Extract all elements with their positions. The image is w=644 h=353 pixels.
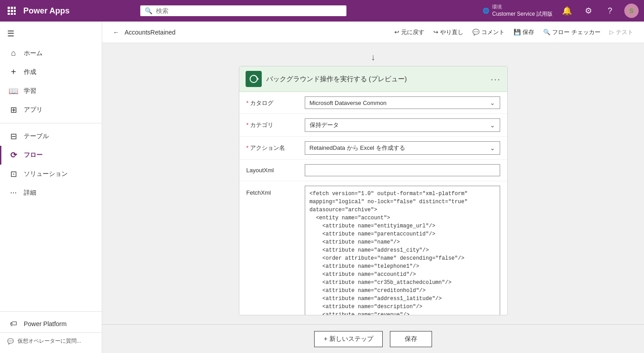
sidebar-va-label: 仮想オペレーターに質問... [17,337,81,345]
test-button[interactable]: ▷ テスト [606,26,637,38]
sidebar-item-power-platform[interactable]: 🏷 Power Platform [0,315,102,332]
fetch-xml-field-row: FetchXml [239,181,507,315]
bottom-bar: + 新しいステップ 保存 [102,324,644,353]
action-name-chevron-icon: ⌄ [490,144,495,152]
search-bar: 🔍 [140,5,346,16]
sidebar-item-home[interactable]: ⌂ ホーム [0,44,102,62]
catalog-label: カタログ [246,96,305,107]
sidebar-virtual-agent[interactable]: 💬 仮想オペレーターに質問... [0,332,102,349]
category-value: 保持データ ⌄ [305,118,500,132]
bottom-save-button[interactable]: 保存 [390,331,432,347]
new-step-button[interactable]: + 新しいステップ [314,331,382,347]
action-name-value: RetainedData から Excel を作成する ⌄ [305,141,500,155]
learn-icon: 📖 [9,86,18,96]
comment-label: コメント [481,28,505,36]
sidebar-label-more: 詳細 [24,189,36,197]
tables-icon: ⊟ [9,131,18,141]
sidebar-bottom: 🏷 Power Platform 💬 仮想オペレーターに質問... [0,308,102,349]
action-card-title: バックグラウンド操作を実行する (プレビュー) [266,75,486,83]
page-title: AccountsRetained [125,29,176,36]
layout-xml-label: LayoutXml [246,164,305,174]
category-select-text: 保持データ [310,121,339,129]
waffle-icon[interactable] [5,4,18,17]
layout-xml-value [305,164,500,176]
category-label: カテゴリ [246,118,305,129]
env-info: 🌐 環境 Customer Service 試用版 [483,4,553,18]
sidebar-label-tables: テーブル [24,132,49,140]
flow-checker-button[interactable]: 🔍 フロー チェッカー [540,26,604,38]
notification-icon[interactable]: 🔔 [560,4,574,18]
sidebar-item-apps[interactable]: ⊞ アプリ [0,100,102,119]
undo-button[interactable]: ↩ 元に戻す [391,26,428,38]
catalog-field-row: カタログ Microsoft Dataverse Common ⌄ [239,92,507,114]
flows-icon: ⟳ [9,150,18,160]
comment-icon: 💬 [472,29,480,35]
sidebar-label-learn: 学習 [24,87,36,95]
catalog-select-text: Microsoft Dataverse Common [310,100,387,106]
main-layout: ☰ ⌂ ホーム + 作成 📖 学習 ⊞ アプリ ⊟ テーブル ⟳ フロー ⊡ ソ… [0,22,644,353]
sidebar-item-learn[interactable]: 📖 学習 [0,82,102,100]
va-icon: 💬 [7,338,14,344]
avatar[interactable]: S [624,4,639,18]
category-chevron-icon: ⌄ [490,122,495,129]
catalog-value: Microsoft Dataverse Common ⌄ [305,96,500,109]
env-label: 環境 [492,4,553,10]
save-button[interactable]: 💾 保存 [510,26,538,38]
sidebar-label-create: 作成 [24,68,36,76]
save-icon: 💾 [514,29,521,35]
catalog-chevron-icon: ⌄ [490,99,495,106]
action-card-body: カタログ Microsoft Dataverse Common ⌄ カテゴリ [239,92,507,315]
sidebar-item-tables[interactable]: ⊟ テーブル [0,127,102,146]
svg-rect-6 [8,13,10,15]
svg-rect-2 [14,7,16,9]
canvas: ↓ バックグラウンド操作を実行する (プレビュー) ··· [102,43,644,324]
help-icon[interactable]: ? [603,4,617,18]
sidebar-item-flows[interactable]: ⟳ フロー [0,146,102,165]
sidebar-item-solutions[interactable]: ⊡ ソリューション [0,165,102,183]
category-select[interactable]: 保持データ ⌄ [305,118,500,132]
fetch-xml-label: FetchXml [246,186,305,196]
test-label: テスト [616,28,633,36]
layout-xml-input[interactable] [305,164,500,176]
sidebar-collapse-button[interactable]: ☰ [0,25,102,42]
svg-rect-4 [11,10,13,12]
comment-button[interactable]: 💬 コメント [469,26,508,38]
redo-button[interactable]: ↪ やり直し [430,26,467,38]
power-platform-icon: 🏷 [9,320,18,328]
catalog-select[interactable]: Microsoft Dataverse Common ⌄ [305,96,500,109]
sidebar-item-create[interactable]: + 作成 [0,62,102,82]
redo-icon: ↪ [433,29,438,35]
sidebar-item-more[interactable]: ··· 詳細 [0,183,102,202]
sidebar-divider [0,123,102,123]
env-name: Customer Service 試用版 [492,10,553,18]
solutions-icon: ⊡ [9,169,18,179]
sidebar-divider-2 [0,311,102,312]
sidebar-label-flows: フロー [24,151,43,159]
content-area: ← AccountsRetained ↩ 元に戻す ↪ やり直し 💬 コメント … [102,22,644,353]
undo-icon: ↩ [394,29,399,35]
back-button[interactable]: ← [109,27,123,38]
svg-rect-7 [11,13,13,15]
svg-rect-1 [11,7,13,9]
sidebar-label-solutions: ソリューション [24,170,68,178]
save-label: 保存 [523,28,534,36]
fetch-xml-input[interactable] [305,186,500,315]
topbar-right: 🌐 環境 Customer Service 試用版 🔔 ⚙ ? S [483,4,639,18]
fetch-xml-value [305,186,500,315]
action-name-select[interactable]: RetainedData から Excel を作成する ⌄ [305,141,500,155]
action-card-more-button[interactable]: ··· [491,74,501,84]
arrow-down-indicator: ↓ [371,52,376,62]
sidebar: ☰ ⌂ ホーム + 作成 📖 学習 ⊞ アプリ ⊟ テーブル ⟳ フロー ⊡ ソ… [0,22,102,353]
category-field-row: カテゴリ 保持データ ⌄ [239,114,507,137]
create-icon: + [9,67,18,77]
search-input[interactable] [156,7,342,14]
settings-icon[interactable]: ⚙ [581,4,596,18]
layout-xml-field-row: LayoutXml [239,160,507,181]
action-name-select-text: RetainedData から Excel を作成する [310,144,405,152]
app-logo: Power Apps [23,6,69,16]
action-card: バックグラウンド操作を実行する (プレビュー) ··· カタログ Microso… [239,66,508,315]
svg-rect-0 [8,7,10,9]
more-icon: ··· [9,188,18,197]
action-card-header: バックグラウンド操作を実行する (プレビュー) ··· [239,66,507,92]
svg-marker-10 [257,78,259,80]
